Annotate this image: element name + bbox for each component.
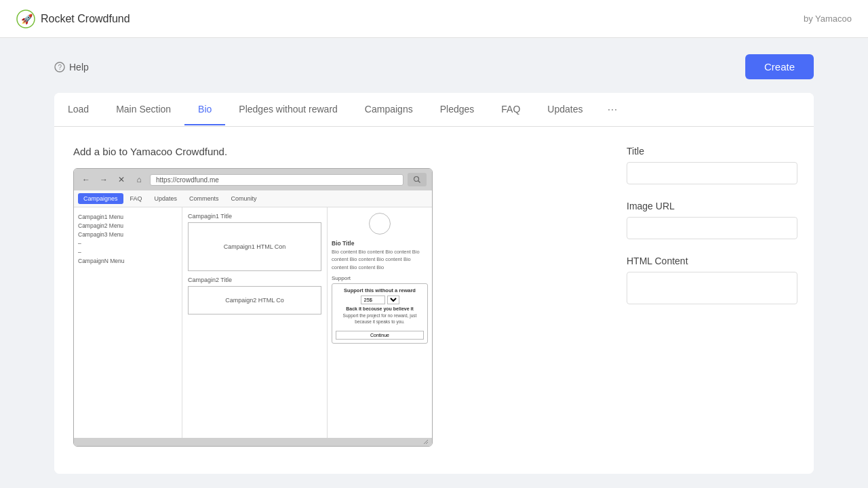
svg-line-6 <box>424 440 428 444</box>
html-content-field-group: HTML Content <box>627 256 797 304</box>
svg-text:🚀: 🚀 <box>21 14 33 25</box>
browser-tab-comments[interactable]: Comments <box>184 193 224 204</box>
page-content: ? Help Create Load Main Section Bio Pled… <box>0 38 868 488</box>
browser-bio-panel: Bio Title Bio content Bio content Bio co… <box>327 207 432 438</box>
browser-close-btn[interactable]: ✕ <box>115 173 128 186</box>
title-input[interactable] <box>627 162 797 184</box>
menu-item-sep1: – <box>78 240 178 247</box>
by-label: by Yamacoo <box>804 14 852 24</box>
browser-body: Campagin1 Menu Campagin2 Menu Campagin3 … <box>74 207 432 438</box>
menu-item-2: Campagin2 Menu <box>78 222 178 229</box>
support-box: Support this without a reward $ Back it … <box>332 283 428 344</box>
menu-item-3: Campagin3 Menu <box>78 231 178 238</box>
rocket-icon: 🚀 <box>16 9 35 28</box>
tab-pledges-without-reward[interactable]: Pledges without reward <box>225 94 351 125</box>
back-text: Support the project for no reward, just … <box>336 312 424 325</box>
browser-home-btn[interactable]: ⌂ <box>132 173 146 186</box>
browser-address-bar[interactable] <box>150 174 403 186</box>
create-button[interactable]: Create <box>745 54 814 79</box>
browser-inner-tabs: Campaignes FAQ Updates Comments Comunity <box>74 190 432 207</box>
tab-main-section[interactable]: Main Section <box>102 94 184 125</box>
left-panel: Add a bio to Yamacoo Crowdfund. ← → ✕ ⌂ <box>54 127 597 474</box>
tabs-content-wrapper: Load Main Section Bio Pledges without re… <box>54 93 814 474</box>
svg-text:?: ? <box>58 64 62 71</box>
image-url-input[interactable] <box>627 217 797 239</box>
bio-content-lines: Bio content Bio content Bio content Bio … <box>332 248 428 271</box>
support-label: Support <box>332 275 428 281</box>
tab-campaigns[interactable]: Campaigns <box>351 94 427 125</box>
menu-item-n: CampaignN Menu <box>78 258 178 264</box>
browser-sidebar: Campagin1 Menu Campagin2 Menu Campagin3 … <box>74 207 182 438</box>
browser-mockup: ← → ✕ ⌂ Campaig <box>73 168 433 447</box>
svg-line-5 <box>418 181 420 183</box>
browser-back-btn[interactable]: ← <box>79 173 93 186</box>
header: 🚀 Rocket Crowdfund by Yamacoo <box>0 0 868 38</box>
search-icon <box>413 176 421 184</box>
tab-faq[interactable]: FAQ <box>488 94 534 125</box>
menu-item-1: Campagin1 Menu <box>78 214 178 220</box>
support-amount-input[interactable] <box>361 296 385 304</box>
resize-icon <box>422 439 429 445</box>
campaign2-html-box: Campaign2 HTML Co <box>188 286 321 314</box>
html-content-input[interactable] <box>627 272 797 304</box>
svg-point-4 <box>414 177 419 182</box>
image-url-label: Image URL <box>627 201 797 211</box>
browser-tab-updates[interactable]: Updates <box>149 193 183 204</box>
tab-pledges[interactable]: Pledges <box>427 94 488 125</box>
app-logo: 🚀 Rocket Crowdfund <box>16 9 130 28</box>
svg-line-7 <box>426 442 428 444</box>
bio-section-title: Bio Title <box>332 240 428 247</box>
browser-toolbar: ← → ✕ ⌂ <box>74 169 432 190</box>
tab-bio[interactable]: Bio <box>184 94 225 125</box>
browser-tab-faq[interactable]: FAQ <box>125 193 148 204</box>
support-box-title: Support this without a reward <box>336 287 424 293</box>
support-amount-row: $ <box>336 296 424 304</box>
html-content-label: HTML Content <box>627 256 797 266</box>
browser-main-content: Campagin1 Title Campaign1 HTML Con Campa… <box>182 207 327 438</box>
content-wrapper: Add a bio to Yamacoo Crowdfund. ← → ✕ ⌂ <box>54 127 814 474</box>
browser-forward-btn[interactable]: → <box>97 173 111 186</box>
continue-button[interactable]: Continue <box>336 331 424 340</box>
browser-tab-campaignes[interactable]: Campaignes <box>78 193 123 204</box>
help-label: Help <box>69 62 89 73</box>
tab-updates[interactable]: Updates <box>534 94 596 125</box>
support-currency-dropdown[interactable]: $ <box>387 296 399 304</box>
image-url-field-group: Image URL <box>627 201 797 239</box>
bio-avatar <box>369 213 391 235</box>
browser-tab-comunity[interactable]: Comunity <box>226 193 262 204</box>
browser-search-btn[interactable] <box>408 173 427 186</box>
browser-resize-handle <box>74 438 432 446</box>
tabs-bar: Load Main Section Bio Pledges without re… <box>54 93 814 127</box>
campaign1-title: Campagin1 Title <box>188 213 321 220</box>
top-bar: ? Help Create <box>54 54 814 79</box>
title-field-group: Title <box>627 146 797 184</box>
back-title: Back it becouse you believe it <box>336 306 424 311</box>
title-label: Title <box>627 146 797 157</box>
tab-more[interactable]: ··· <box>596 93 628 126</box>
app-name: Rocket Crowdfund <box>41 13 130 25</box>
bio-description: Add a bio to Yamacoo Crowdfund. <box>73 146 578 157</box>
help-icon: ? <box>54 62 65 73</box>
right-panel: Title Image URL HTML Content <box>610 127 814 474</box>
campaign1-html-box: Campaign1 HTML Con <box>188 222 321 271</box>
campaign2-title: Campagin2 Title <box>188 277 321 283</box>
help-link[interactable]: ? Help <box>54 62 89 73</box>
tab-load[interactable]: Load <box>54 94 102 125</box>
menu-item-sep2: – <box>78 249 178 256</box>
